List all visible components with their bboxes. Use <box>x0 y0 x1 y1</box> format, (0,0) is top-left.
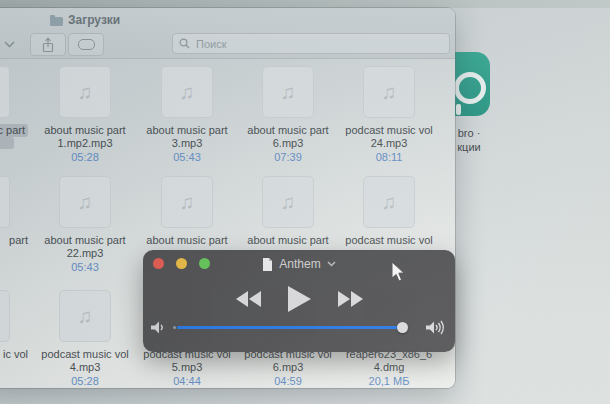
music-note-glyph: ♫ <box>78 191 93 214</box>
file-name-line2: 5.mp3 <box>139 361 235 374</box>
folder-icon <box>50 17 63 26</box>
tag-button[interactable] <box>68 33 104 56</box>
music-file-icon: ♫ <box>0 66 10 118</box>
volume-track-start-dot <box>173 326 176 329</box>
music-file-icon: ♫ <box>262 66 314 118</box>
tag-icon <box>78 39 95 50</box>
file-item[interactable]: ♫ about music part 3.mp3 05:43 <box>139 66 235 164</box>
file-name-line2: 1.mp2.mp3 <box>37 137 133 150</box>
music-file-icon: ♫ <box>59 176 111 228</box>
file-name-line1: ic vol <box>0 348 32 361</box>
music-note-glyph: ♫ <box>382 191 397 214</box>
share-icon <box>41 37 55 53</box>
file-name-line1: podcast music vol <box>341 124 437 137</box>
file-item[interactable]: ♫ about music part 6.mp3 07:39 <box>240 66 336 164</box>
audio-player-window: Anthem <box>143 250 455 352</box>
music-file-icon: ♫ <box>0 176 10 228</box>
play-button[interactable] <box>288 286 311 312</box>
volume-row <box>151 318 447 336</box>
volume-fill <box>177 326 403 329</box>
file-name-line1: about music part <box>139 124 235 137</box>
search-icon <box>179 38 190 49</box>
app-logo-stem <box>456 104 461 115</box>
music-file-icon: ♫ <box>262 176 314 228</box>
music-note-glyph: ♫ <box>382 81 397 104</box>
file-name-line2 <box>0 361 32 374</box>
title-chevron-down-icon[interactable] <box>327 261 336 267</box>
share-button[interactable] <box>30 33 66 56</box>
rewind-button[interactable] <box>236 291 262 307</box>
music-note-glyph: ♫ <box>78 81 93 104</box>
file-duration: 05:28 <box>37 375 133 388</box>
file-item[interactable]: ♫ podcast music vol 24.mp3 08:11 <box>341 66 437 164</box>
search-input[interactable] <box>194 37 443 51</box>
music-file-icon: ♫ <box>363 66 415 118</box>
file-name-line2: 22.mp3 <box>37 247 133 260</box>
file-name-line1: about music part <box>37 234 133 247</box>
file-name-line2: 3.mp3 <box>139 137 235 150</box>
file-item[interactable]: ♫ podcast music vol <box>341 176 437 261</box>
file-name-line2: 4.mp3 <box>37 361 133 374</box>
file-name-line2 <box>0 137 32 150</box>
file-duration: 07:39 <box>240 151 336 164</box>
file-name-line1: about music part <box>37 124 133 137</box>
music-note-glyph: ♫ <box>281 81 296 104</box>
play-icon <box>288 286 311 312</box>
music-note-glyph: ♫ <box>281 191 296 214</box>
file-item[interactable]: ♫ about music part <box>139 176 235 261</box>
file-name-line1: podcast music vol <box>341 234 437 247</box>
file-name-line2: 6.mp3 <box>240 361 336 374</box>
player-controls <box>143 282 455 316</box>
file-item[interactable]: ♫ part <box>0 176 32 261</box>
volume-slider[interactable] <box>173 326 420 329</box>
window-title-area: Загрузки <box>50 13 120 27</box>
file-item[interactable]: ♫ c part <box>0 66 32 151</box>
toolbar-chevron-down-icon[interactable] <box>4 41 15 48</box>
file-item[interactable]: ♫ about music part 22.mp3 05:43 <box>37 176 133 274</box>
file-name-line1: podcast music vol <box>37 348 133 361</box>
file-duration: 05:28 <box>37 151 133 164</box>
file-duration: 04:59 <box>240 375 336 388</box>
rewind-icon <box>236 291 262 307</box>
desktop: { "titlebar": { "title": "Загрузки" }, "… <box>0 0 610 404</box>
file-item[interactable]: ♫ podcast music vol 4.mp3 05:28 <box>37 290 133 388</box>
music-file-icon: ♫ <box>363 176 415 228</box>
file-name-line2: 24.mp3 <box>341 137 437 150</box>
file-duration: 05:43 <box>139 151 235 164</box>
file-item[interactable]: ♫ ic vol <box>0 290 32 375</box>
file-name-line1: about music part <box>240 124 336 137</box>
fast-forward-icon <box>337 291 363 307</box>
window-title: Загрузки <box>68 13 120 27</box>
file-name-line1: about music part <box>240 234 336 247</box>
music-file-icon: ♫ <box>161 176 213 228</box>
document-icon <box>262 258 273 271</box>
music-note-glyph: ♫ <box>78 305 93 328</box>
file-name-line2: 4.dmg <box>341 361 437 374</box>
music-file-icon: ♫ <box>0 290 10 342</box>
player-title: Anthem <box>279 257 320 271</box>
player-titlebar: Anthem <box>143 256 455 272</box>
file-duration: 08:11 <box>341 151 437 164</box>
window-chrome: Загрузки <box>0 8 455 59</box>
file-item[interactable]: ♫ about music part 1.mp2.mp3 05:28 <box>37 66 133 164</box>
file-duration: 20,1 МБ <box>341 375 437 388</box>
music-note-glyph: ♫ <box>180 191 195 214</box>
volume-knob[interactable] <box>397 322 408 333</box>
music-file-icon: ♫ <box>161 66 213 118</box>
file-name-line1: part <box>0 234 32 247</box>
volume-low-icon <box>151 321 167 334</box>
search-field[interactable] <box>172 33 450 54</box>
mouse-cursor <box>391 261 407 283</box>
file-name-line2 <box>0 247 32 260</box>
file-item[interactable]: ♫ about music part <box>240 176 336 261</box>
volume-high-icon <box>426 320 447 335</box>
file-name-line1: c part <box>0 124 32 137</box>
file-duration: 05:43 <box>37 261 133 274</box>
file-name-line1: about music part <box>139 234 235 247</box>
file-name-line2: 6.mp3 <box>240 137 336 150</box>
music-file-icon: ♫ <box>59 66 111 118</box>
music-file-icon: ♫ <box>59 290 111 342</box>
app-logo-ring-icon <box>454 72 486 104</box>
file-duration: 04:44 <box>139 375 235 388</box>
fast-forward-button[interactable] <box>337 291 363 307</box>
